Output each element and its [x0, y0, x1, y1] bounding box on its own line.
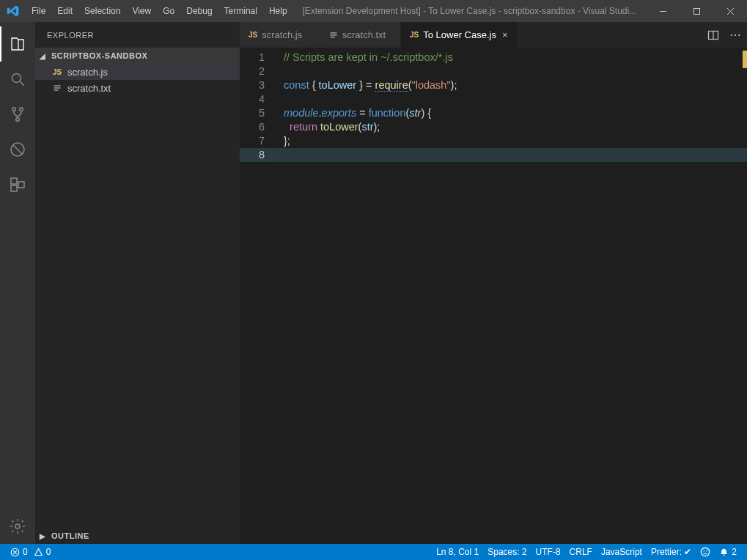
- js-file-icon: JS: [249, 31, 257, 39]
- status-encoding[interactable]: UTF-8: [531, 544, 565, 560]
- status-errors[interactable]: 0 0: [6, 544, 55, 560]
- chevron-down-icon: ◢: [40, 52, 48, 60]
- svg-point-4: [12, 74, 21, 83]
- code-line[interactable]: module.exports = function(str) {: [278, 106, 747, 120]
- file-item[interactable]: JSscratch.js: [35, 64, 240, 80]
- code-line[interactable]: [278, 148, 747, 162]
- code-line[interactable]: // Scripts are kept in ~/.scriptbox/*.js: [278, 51, 747, 65]
- svg-rect-11: [11, 178, 17, 184]
- split-editor-icon[interactable]: [707, 29, 719, 41]
- code-editor[interactable]: 12345678 // Scripts are kept in ~/.scrip…: [240, 48, 747, 544]
- js-file-icon: JS: [51, 68, 63, 76]
- svg-rect-1: [693, 8, 699, 14]
- close-button[interactable]: [713, 0, 747, 22]
- svg-rect-12: [11, 185, 17, 191]
- menu-terminal[interactable]: Terminal: [218, 0, 263, 22]
- code-line[interactable]: return toLower(str);: [278, 120, 747, 134]
- explorer-icon[interactable]: [0, 26, 35, 62]
- file-item[interactable]: scratch.txt: [35, 80, 240, 96]
- svg-line-10: [13, 145, 22, 154]
- menu-view[interactable]: View: [126, 0, 157, 22]
- svg-point-28: [706, 550, 707, 552]
- close-tab-icon[interactable]: ×: [502, 29, 508, 40]
- txt-file-icon: [329, 31, 338, 40]
- status-bar: 0 0 Ln 8, Col 1 Spaces: 2 UTF-8 CRLF Jav…: [0, 544, 747, 560]
- outline-section-header[interactable]: ▶ OUTLINE: [35, 528, 240, 544]
- svg-point-8: [16, 118, 20, 122]
- svg-point-14: [15, 524, 20, 528]
- maximize-button[interactable]: [680, 0, 713, 22]
- minimap-marker: [743, 51, 747, 68]
- status-language[interactable]: JavaScript: [597, 544, 647, 560]
- status-prettier[interactable]: Prettier: ✔: [647, 544, 696, 560]
- status-feedback-icon[interactable]: [696, 544, 715, 560]
- svg-point-27: [704, 550, 705, 552]
- code-line[interactable]: const { toLower } = require("lodash");: [278, 78, 747, 92]
- code-line[interactable]: [278, 65, 747, 78]
- menu-go[interactable]: Go: [157, 0, 180, 22]
- svg-rect-13: [18, 182, 24, 188]
- status-cursor-position[interactable]: Ln 8, Col 1: [432, 544, 483, 560]
- editor-tab[interactable]: JSscratch.js: [240, 22, 320, 48]
- sidebar-title: EXPLORER: [35, 22, 240, 48]
- file-name: scratch.js: [67, 67, 108, 78]
- js-file-icon: JS: [410, 31, 419, 39]
- chevron-right-icon: ▶: [40, 532, 48, 540]
- menu-selection[interactable]: Selection: [78, 0, 126, 22]
- minimize-button[interactable]: [646, 0, 680, 22]
- window-controls: [646, 0, 747, 22]
- extensions-icon[interactable]: [0, 167, 35, 202]
- status-notifications[interactable]: 2: [715, 544, 741, 560]
- more-actions-icon[interactable]: ⋯: [729, 29, 741, 41]
- tab-label: scratch.js: [262, 29, 302, 40]
- activity-bar: [0, 22, 35, 544]
- menu-help[interactable]: Help: [263, 0, 293, 22]
- editor-tab[interactable]: JSTo Lower Case.js×: [401, 22, 518, 48]
- menu-edit[interactable]: Edit: [51, 0, 78, 22]
- editor-area: JSscratch.jsscratch.txtJSTo Lower Case.j…: [240, 22, 747, 544]
- menu-file[interactable]: File: [26, 0, 51, 22]
- code-line[interactable]: [278, 92, 747, 106]
- txt-file-icon: [51, 84, 63, 92]
- editor-tab[interactable]: scratch.txt: [320, 22, 401, 48]
- tab-bar: JSscratch.jsscratch.txtJSTo Lower Case.j…: [240, 22, 747, 48]
- svg-line-5: [20, 81, 24, 86]
- source-control-icon[interactable]: [0, 97, 35, 132]
- svg-point-6: [12, 108, 16, 111]
- svg-point-7: [20, 108, 23, 111]
- tab-label: scratch.txt: [342, 29, 386, 40]
- settings-gear-icon[interactable]: [0, 509, 35, 544]
- tab-label: To Lower Case.js: [423, 29, 496, 40]
- outline-label: OUTLINE: [51, 531, 89, 540]
- file-name: scratch.txt: [67, 83, 111, 94]
- title-bar: FileEditSelectionViewGoDebugTerminalHelp…: [0, 0, 747, 22]
- window-title: [Extension Development Host] - To Lower …: [293, 6, 646, 16]
- vscode-logo-icon: [0, 0, 26, 22]
- debug-icon[interactable]: [0, 132, 35, 167]
- sidebar-explorer: EXPLORER ◢ SCRIPTBOX-SANDBOX JSscratch.j…: [35, 22, 240, 544]
- folder-name: SCRIPTBOX-SANDBOX: [51, 51, 147, 60]
- folder-section-header[interactable]: ◢ SCRIPTBOX-SANDBOX: [35, 48, 240, 64]
- status-eol[interactable]: CRLF: [565, 544, 597, 560]
- menu-debug[interactable]: Debug: [180, 0, 218, 22]
- code-line[interactable]: };: [278, 134, 747, 148]
- status-indent[interactable]: Spaces: 2: [483, 544, 531, 560]
- search-icon[interactable]: [0, 62, 35, 97]
- svg-point-26: [702, 548, 710, 556]
